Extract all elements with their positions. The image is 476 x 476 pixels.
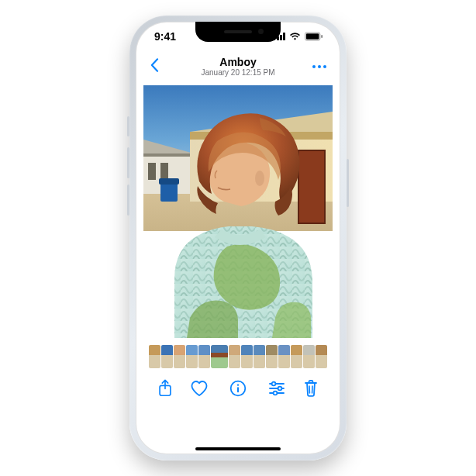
adjust-button[interactable]: [267, 379, 286, 398]
home-indicator[interactable]: [195, 447, 281, 450]
ellipsis-dot-icon: [323, 65, 326, 68]
filmstrip-thumb[interactable]: [291, 345, 302, 368]
svg-rect-2: [321, 35, 323, 38]
heart-icon: [190, 380, 209, 397]
svg-rect-17: [159, 178, 179, 185]
svg-rect-10: [160, 163, 168, 180]
filmstrip-thumb[interactable]: [186, 345, 198, 368]
filmstrip-thumb[interactable]: [229, 345, 240, 368]
side-button-volume-up: [127, 147, 129, 178]
notch: [195, 22, 281, 42]
status-time: 9:41: [154, 30, 176, 43]
status-icons: [274, 32, 323, 41]
favorite-button[interactable]: [190, 379, 209, 398]
svg-marker-8: [143, 153, 194, 157]
front-camera: [258, 29, 264, 34]
filmstrip-thumb[interactable]: [316, 345, 327, 368]
main-photo[interactable]: [143, 85, 333, 338]
filmstrip-thumb[interactable]: [303, 345, 315, 368]
sliders-icon: [268, 381, 285, 396]
filmstrip-thumb[interactable]: [266, 345, 278, 368]
battery-icon: [305, 32, 323, 41]
toolbar-center-group: [190, 379, 286, 398]
filmstrip-thumb[interactable]: [174, 345, 185, 368]
trash-icon: [303, 379, 319, 398]
side-button-volume-down: [127, 185, 129, 216]
chevron-left-icon: [150, 58, 159, 72]
filmstrip-thumb[interactable]: [254, 345, 265, 368]
side-button-silence: [127, 116, 129, 136]
filmstrip-thumb[interactable]: [149, 345, 160, 368]
filmstrip-thumb-current[interactable]: [211, 345, 228, 368]
speaker-grill: [224, 30, 252, 33]
delete-button[interactable]: [302, 379, 320, 398]
side-button-power: [347, 159, 349, 207]
nav-bar: Amboy January 20 12:15 PM: [136, 51, 340, 82]
filmstrip-thumb[interactable]: [161, 345, 173, 368]
iphone-device: 9:41 Am: [129, 16, 347, 460]
svg-point-28: [274, 391, 278, 395]
svg-rect-22: [237, 387, 239, 392]
filmstrip-thumb[interactable]: [241, 345, 253, 368]
svg-point-21: [237, 384, 239, 385]
svg-rect-9: [148, 163, 156, 180]
back-button[interactable]: [147, 55, 162, 78]
nav-subtitle: January 20 12:15 PM: [201, 68, 274, 78]
wifi-icon: [289, 33, 301, 41]
svg-point-26: [272, 382, 276, 386]
info-icon: [229, 380, 247, 397]
svg-rect-14: [298, 150, 325, 223]
bottom-toolbar: [136, 371, 340, 406]
photo-container: [136, 82, 340, 338]
more-button[interactable]: [309, 59, 329, 74]
filmstrip[interactable]: [136, 343, 340, 371]
share-icon: [157, 379, 173, 398]
filmstrip-thumb[interactable]: [198, 345, 210, 368]
svg-point-18: [255, 171, 264, 186]
info-button[interactable]: [229, 379, 247, 398]
screen: 9:41 Am: [136, 22, 340, 454]
nav-title: Amboy: [201, 56, 274, 68]
svg-point-27: [278, 387, 282, 391]
nav-title-group: Amboy January 20 12:15 PM: [201, 56, 274, 78]
share-button[interactable]: [156, 379, 174, 398]
ellipsis-dot-icon: [312, 65, 316, 68]
ellipsis-dot-icon: [318, 65, 321, 68]
filmstrip-thumb[interactable]: [278, 345, 290, 368]
svg-rect-1: [306, 33, 319, 39]
